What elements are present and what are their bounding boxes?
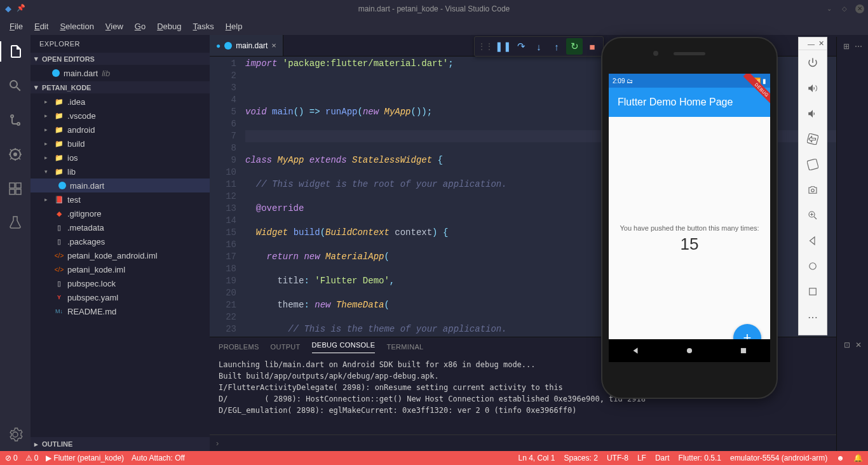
emulator-counter: 15 (681, 234, 699, 254)
panel-tab-output[interactable]: OUTPUT (271, 343, 301, 351)
activity-flask[interactable] (0, 213, 31, 233)
close-icon[interactable]: × (271, 41, 276, 50)
emulator-volume-down-button[interactable] (799, 101, 827, 126)
tree-item-test[interactable]: ▸📕test (31, 192, 210, 206)
emulator-navbar (609, 339, 770, 362)
nav-back-icon[interactable] (631, 346, 640, 355)
tree-item-pubspec-yaml[interactable]: Ypubspec.yaml (31, 290, 210, 304)
menu-edit[interactable]: Edit (29, 19, 54, 34)
menu-file[interactable]: File (4, 19, 29, 34)
drag-handle-icon[interactable]: ⋮⋮ (477, 38, 494, 55)
status-spaces[interactable]: Spaces: 2 (564, 454, 598, 462)
status-errors[interactable]: ⊘ 0 (5, 454, 18, 462)
emulator-camera (653, 51, 658, 56)
nav-recent-icon[interactable] (739, 346, 748, 355)
step-over-button[interactable]: ↷ (513, 38, 529, 55)
activity-settings[interactable] (0, 424, 31, 445)
git-icon (8, 112, 23, 128)
status-flutter[interactable]: ▶ Flutter (petani_kode) (46, 454, 124, 462)
maximize-button[interactable]: ◇ (840, 4, 849, 13)
step-into-button[interactable]: ↓ (531, 38, 547, 55)
tree-item--vscode[interactable]: ▸📁.vscode (31, 109, 210, 123)
pin-icon[interactable]: 📌 (17, 4, 25, 13)
emulator-time: 2:09 (613, 78, 625, 84)
panel-tab-debug-console[interactable]: DEBUG CONSOLE (312, 341, 376, 353)
status-cursor[interactable]: Ln 4, Col 1 (518, 454, 555, 462)
menu-debug[interactable]: Debug (151, 19, 187, 34)
tree-item--metadata[interactable]: ▯.metadata (31, 220, 210, 234)
status-bell-icon[interactable]: 🔔 (853, 454, 863, 462)
emulator-home-button[interactable] (799, 253, 827, 279)
menu-help[interactable]: Help (220, 19, 248, 34)
extensions-icon (8, 181, 23, 196)
activity-search[interactable] (0, 76, 31, 96)
activity-debug[interactable] (0, 144, 31, 165)
expand-icon[interactable]: ⊡ (844, 340, 850, 349)
emulator-speaker (674, 52, 705, 55)
status-eol[interactable]: LF (637, 454, 646, 462)
tree-item-petani_kode_android-iml[interactable]: </>petani_kode_android.iml (31, 248, 210, 262)
activity-scm[interactable] (0, 110, 31, 130)
emulator-zoom-button[interactable] (799, 203, 827, 228)
emulator-volume-up-button[interactable] (799, 76, 827, 101)
close-button[interactable]: ✕ (855, 4, 864, 13)
status-device[interactable]: emulator-5554 (android-arm) (730, 454, 827, 462)
outline-header[interactable]: OUTLINE (31, 437, 210, 451)
nav-home-icon[interactable] (685, 346, 694, 355)
tree-item-pubspec-lock[interactable]: ▯pubspec.lock (31, 276, 210, 290)
dart-icon (224, 42, 232, 50)
tab-main-dart[interactable]: ● main.dart × (210, 35, 283, 56)
emulator-rotate-right-button[interactable] (799, 152, 827, 177)
status-language[interactable]: Dart (655, 454, 670, 462)
workspace-header[interactable]: PETANI_KODE (31, 81, 210, 93)
emulator-screen[interactable]: 2:09 🗂 📶 ▮ Flutter Demo Home Page DEBUG … (609, 74, 770, 361)
status-encoding[interactable]: UTF-8 (607, 454, 628, 462)
open-editor-item[interactable]: main.dart lib (31, 66, 210, 80)
activity-bar (0, 35, 31, 451)
activity-explorer[interactable] (0, 41, 31, 62)
tree-item-main-dart[interactable]: main.dart (31, 179, 210, 192)
emulator-back-button[interactable] (799, 228, 827, 253)
tree-item--packages[interactable]: ▯.packages (31, 234, 210, 248)
tree-item-README-md[interactable]: M↓README.md (31, 304, 210, 318)
tree-item-lib[interactable]: ▾📁lib (31, 165, 210, 179)
tree-item-build[interactable]: ▸📁build (31, 137, 210, 151)
tree-item--gitignore[interactable]: ◆.gitignore (31, 206, 210, 220)
minimize-button[interactable]: ⌄ (825, 4, 834, 13)
debug-toolbar[interactable]: ⋮⋮ ❚❚ ↷ ↓ ↑ ↻ ■ (474, 36, 604, 57)
emulator-power-button[interactable] (799, 50, 827, 76)
layout-icon[interactable]: ⊞ (843, 42, 850, 51)
svg-point-2 (687, 348, 692, 353)
emulator-minimize-icon[interactable]: — (808, 40, 815, 48)
close-panel-icon[interactable]: ✕ (855, 340, 862, 349)
pause-button[interactable]: ❚❚ (495, 38, 512, 55)
emulator-screenshot-button[interactable] (799, 177, 827, 203)
tree-item-ios[interactable]: ▸📁ios (31, 151, 210, 165)
tree-item-petani_kode-iml[interactable]: </>petani_kode.iml (31, 262, 210, 276)
more-icon[interactable]: ⋯ (855, 42, 862, 51)
panel-tab-problems[interactable]: PROBLEMS (219, 343, 259, 351)
menu-selection[interactable]: Selection (54, 19, 99, 34)
debug-console-input[interactable]: › (210, 435, 868, 451)
emulator-overview-button[interactable] (799, 279, 827, 304)
emulator-rotate-left-button[interactable] (799, 126, 827, 152)
stop-button[interactable]: ■ (584, 38, 600, 55)
status-flutter-ver[interactable]: Flutter: 0.5.1 (679, 454, 721, 462)
menu-view[interactable]: View (100, 19, 129, 34)
panel-tab-terminal[interactable]: TERMINAL (386, 343, 423, 351)
open-editors-header[interactable]: OPEN EDITORS (31, 53, 210, 65)
emulator-close-icon[interactable]: ✕ (818, 39, 824, 48)
activity-extensions[interactable] (0, 179, 31, 199)
status-feedback-icon[interactable]: ☻ (836, 454, 844, 462)
step-out-button[interactable]: ↑ (548, 38, 565, 55)
restart-button[interactable]: ↻ (566, 38, 583, 55)
emulator-more-button[interactable]: ⋯ (799, 304, 827, 330)
dart-icon (52, 69, 60, 77)
tree-item--idea[interactable]: ▸📁.idea (31, 95, 210, 109)
status-warnings[interactable]: ⚠ 0 (25, 454, 39, 462)
tree-item-android[interactable]: ▸📁android (31, 123, 210, 137)
outline-label: OUTLINE (42, 440, 72, 448)
status-auto-attach[interactable]: Auto Attach: Off (132, 454, 185, 462)
menu-tasks[interactable]: Tasks (187, 19, 219, 34)
menu-go[interactable]: Go (129, 19, 151, 34)
